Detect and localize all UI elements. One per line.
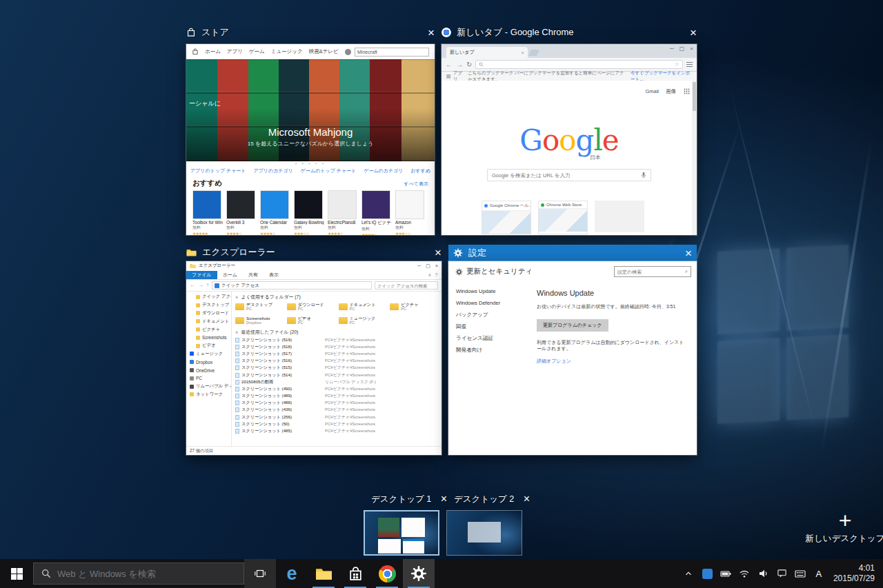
scrollbar[interactable] [692,81,697,235]
taskbar-store-button[interactable] [339,559,371,588]
file-row[interactable]: 20150805の動画 リムーバブル ディスク (F:) [235,378,438,385]
folder-item[interactable]: ダウンロード PC [287,301,335,313]
close-desktop1-button[interactable]: × [441,493,447,505]
voice-search-mic-icon[interactable] [641,172,646,179]
chrome-omnibox[interactable]: ☆ [475,60,683,69]
file-row[interactable]: スクリーンショット (436) PC¥ピクチャ¥Screenshots [235,407,438,414]
sidebar-item[interactable]: ピクチャ [186,325,231,334]
reload-icon[interactable]: ↻ [466,61,472,68]
omnibox-input[interactable] [486,62,672,67]
folder-item[interactable]: ビデオ PC [287,314,335,327]
sidebar-item[interactable]: ネットワーク [186,391,231,399]
store-nav-item[interactable]: ミュージック [271,48,303,55]
maximize-icon[interactable]: ▢ [426,263,430,269]
window-label-settings[interactable]: 設定 × [448,245,697,261]
most-visited-card[interactable]: Chrome Web Store [538,201,588,234]
desktop1-thumbnail[interactable] [364,510,439,556]
sidebar-item[interactable]: Dropbox [186,358,231,366]
taskbar-search-input[interactable] [57,569,236,579]
settings-nav-item[interactable]: 開発者向け [448,344,526,356]
chrome-menu-icon[interactable] [686,62,693,68]
account-avatar[interactable] [345,49,351,55]
settings-nav-item[interactable]: Windows Update [448,285,526,297]
ribbon-file-tab[interactable]: ファイル [186,271,217,279]
back-icon[interactable]: ← [190,283,195,288]
apps-grid-icon[interactable] [446,74,450,79]
ribbon-tab[interactable]: 表示 [264,271,284,279]
file-row[interactable]: スクリーンショット (256) PC¥ピクチャ¥Screenshots [235,414,438,420]
chrome-tab[interactable]: 新しいタブ × [446,47,528,58]
bookmark-star-icon[interactable]: ☆ [675,61,679,68]
frequent-folders-section-header[interactable]: ∨ よく使用するフォルダー (7) [235,293,438,301]
volume-icon[interactable] [754,559,773,588]
store-app-tile[interactable]: One Calendar 無料 ★★★★☆ [260,190,290,235]
minimize-icon[interactable]: ─ [417,263,421,269]
touch-keyboard-icon[interactable] [791,559,810,588]
chrome-window-thumbnail[interactable]: 新しいタブ × ─ ▢ × ← → ↻ ☆ アプリ こちらのブックマーク [442,44,697,235]
folder-item[interactable]: デスクトップ PC [235,301,284,313]
advanced-options-link[interactable]: 詳細オプション [537,358,686,365]
close-icon[interactable]: × [435,263,438,269]
close-explorer-button[interactable]: × [435,247,442,258]
window-label-chrome[interactable]: 新しいタブ - Google Chrome × [442,26,697,39]
action-center-icon[interactable] [773,559,791,588]
sidebar-item[interactable]: Screenshots [186,334,231,342]
most-visited-card[interactable]: Google Chrome ヘル... [482,201,531,234]
settings-nav-item[interactable]: ライセンス認証 [448,332,526,344]
images-link[interactable]: 画像 [666,88,676,95]
store-category-link[interactable]: ゲームのカテゴリ [364,168,403,178]
sidebar-item[interactable]: PC [186,374,231,383]
ribbon-collapse-icon[interactable]: ∧ [428,272,432,278]
store-nav-item[interactable]: ゲーム [249,48,265,55]
store-app-tile[interactable]: ElectricPiano8 無料 ★★★★☆ [328,190,358,235]
settings-search-input[interactable] [617,270,685,274]
sidebar-item[interactable]: クイック アクセス [186,293,231,301]
forward-icon[interactable]: → [456,61,463,68]
sidebar-item[interactable]: ビデオ [186,342,231,350]
google-search-box[interactable] [487,169,651,181]
settings-nav-item[interactable]: Windows Defender [448,297,526,309]
settings-search-box[interactable]: ⌕ [614,266,691,277]
scrollbar-thumb[interactable] [693,82,696,111]
window-label-explorer[interactable]: エクスプローラー × [186,245,442,259]
new-desktop-button[interactable]: + 新しいデスクトップ [799,511,883,545]
breadcrumb[interactable]: クイック アクセス [212,281,372,290]
store-app-tile[interactable]: Overkill 3 無料 ★★★★☆ [226,190,257,235]
taskbar-clock[interactable]: 4:01 2015/07/29 [828,563,880,584]
file-row[interactable]: スクリーンショット (489) PC¥ピクチャ¥Screenshots [235,393,438,400]
ribbon-tab[interactable]: 共有 [243,271,264,279]
taskbar-edge-button[interactable]: e [276,559,308,588]
store-see-all-link[interactable]: すべて表示 [404,181,429,187]
ime-indicator[interactable]: A [810,569,828,579]
file-row[interactable]: スクリーンショット (488) PC¥ピクチャ¥Screenshots [235,400,438,407]
close-icon[interactable]: × [690,45,693,52]
maximize-icon[interactable]: ▢ [679,45,685,52]
sidebar-item[interactable]: リムーバブル ディスク (F:) [186,383,231,391]
file-row[interactable]: スクリーンショット (490) PC¥ピクチャ¥Screenshots [235,385,438,392]
sidebar-item[interactable]: ミュージック [186,350,231,358]
help-icon[interactable]: ? [435,272,437,278]
store-app-tile[interactable]: Let's IQ ピクチャーロジック 無料 ★★★★☆ [361,190,392,235]
sidebar-item[interactable]: ドキュメント [186,317,231,325]
new-tab-button[interactable] [528,50,539,56]
store-search-input[interactable] [355,48,429,57]
folder-item[interactable]: ミュージック PC [339,314,387,327]
store-category-link[interactable]: ゲームのトップ チャート [301,168,356,178]
taskbar-explorer-button[interactable] [308,559,339,588]
close-settings-button[interactable]: × [685,247,692,259]
store-hero-banner[interactable]: ーシャルに Microsoft Mahjong 15 を超えるユニークなパズルか… [186,59,435,161]
taskbar-search-box[interactable] [33,562,244,585]
close-chrome-button[interactable]: × [690,27,697,39]
file-row[interactable]: スクリーンショット (485) PC¥ピクチャ¥Screenshots [235,427,438,434]
file-row[interactable]: スクリーンショット (515) PC¥ピクチャ¥Screenshots [235,365,438,372]
settings-nav-item[interactable]: バックアップ [448,309,526,321]
file-row[interactable]: スクリーンショット (514) PC¥ピクチャ¥Screenshots [235,372,438,378]
minimize-icon[interactable]: ─ [670,45,674,52]
store-app-tile[interactable]: Toolbox for Windows 8 無料 ★★★★★ [192,190,223,235]
task-view-button[interactable] [244,559,276,588]
store-category-link[interactable]: アプリのカテゴリ [254,168,293,178]
store-nav-item[interactable]: ホーム [205,48,221,55]
google-search-input[interactable] [492,172,641,179]
tab-close-icon[interactable]: × [521,50,524,56]
file-row[interactable]: スクリーンショット (519) PC¥ピクチャ¥Screenshots [235,336,438,343]
